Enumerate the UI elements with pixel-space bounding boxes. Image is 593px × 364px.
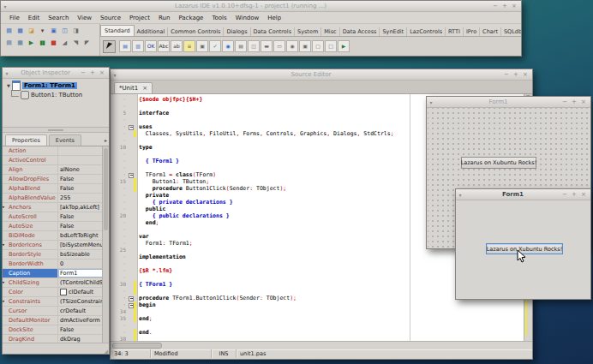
- palette-tab-additional[interactable]: Additional: [135, 27, 169, 36]
- close-button[interactable]: ×: [99, 69, 105, 77]
- tlabel-icon[interactable]: Abc: [158, 40, 170, 52]
- property-row-bordericons[interactable]: ▸BorderIcons[biSystemMenu: [3, 241, 103, 250]
- oi-vertical-scrollbar[interactable]: [102, 146, 109, 343]
- property-row-borderwidth[interactable]: BorderWidth0: [3, 260, 103, 269]
- menu-item-search[interactable]: Search: [44, 15, 73, 21]
- expand-icon[interactable]: ▸: [3, 242, 5, 247]
- property-row-anchors[interactable]: ▸Anchors[akTop,akLeft]: [3, 203, 103, 212]
- minimize-button[interactable]: −: [561, 98, 568, 106]
- minimize-button[interactable]: −: [80, 69, 87, 77]
- ide-titlebar[interactable]: ▾ Lazarus IDE v1.0.10+dfsg-1 - project1 …: [1, 1, 521, 12]
- palette-tab-rtti[interactable]: RTTI: [446, 27, 464, 36]
- menu-item-run[interactable]: Run: [154, 15, 174, 21]
- property-row-action[interactable]: Action: [3, 146, 103, 156]
- menu-item-project[interactable]: Project: [125, 15, 154, 21]
- property-row-caption[interactable]: CaptionForm1: [3, 269, 103, 278]
- fold-icon[interactable]: [128, 301, 134, 308]
- code-line[interactable]: ·end.: [111, 329, 524, 336]
- palette-tab-standard[interactable]: Standard: [100, 25, 135, 36]
- property-row-constraints[interactable]: ▸Constraints(TSizeConstrain: [3, 297, 103, 307]
- open-dropdown-button[interactable]: ▾: [37, 26, 47, 36]
- tradiogroup-icon[interactable]: ◉: [286, 40, 298, 52]
- view-forms-button[interactable]: ▦: [15, 38, 25, 48]
- tscrollbar-icon[interactable]: ▬: [261, 40, 273, 52]
- palette-tab-data-controls[interactable]: Data Controls: [251, 27, 295, 36]
- code-line[interactable]: ·begin: [111, 301, 524, 308]
- maximize-button[interactable]: +: [501, 2, 508, 10]
- property-row-allowdropfiles[interactable]: AllowDropFilesFalse: [3, 175, 103, 184]
- palette-tab-synedit[interactable]: SynEdit: [380, 27, 407, 36]
- property-row-activecontrol[interactable]: ActiveControl: [3, 156, 103, 165]
- window-menu-icon[interactable]: ▾: [111, 72, 119, 78]
- tcombobox-icon[interactable]: ◫: [248, 40, 260, 52]
- tree-item-form1-tform1[interactable]: ▼Form1: TForm1: [3, 81, 109, 90]
- editor-hscroll-thumb[interactable]: [112, 343, 162, 349]
- maximize-button[interactable]: +: [571, 190, 578, 199]
- expand-icon[interactable]: ▸: [3, 204, 5, 209]
- palette-tab-lazcontrols[interactable]: LazControls: [407, 27, 446, 36]
- tree-expand-icon[interactable]: ▼: [5, 83, 12, 88]
- property-row-color[interactable]: ColorclDefault: [3, 288, 103, 297]
- palette-tab-sqldb[interactable]: SQLdb: [501, 27, 521, 36]
- menu-item-file[interactable]: File: [5, 15, 24, 21]
- stop-button[interactable]: ■: [48, 38, 58, 48]
- palette-tab-system[interactable]: System: [295, 27, 321, 36]
- window-menu-icon[interactable]: ▾: [456, 192, 464, 198]
- form-designer-titlebar[interactable]: ▾ Form1 − + ×: [427, 97, 590, 108]
- oi-tab-events[interactable]: Events: [49, 134, 81, 146]
- open-button[interactable]: ◪: [26, 26, 36, 36]
- menu-item-package[interactable]: Package: [174, 15, 207, 21]
- property-row-dragkind[interactable]: DragKinddkDrag: [3, 335, 103, 343]
- tbutton-icon[interactable]: OK: [145, 40, 157, 52]
- save-all-button[interactable]: ◫: [59, 26, 69, 36]
- palette-tab-misc[interactable]: Misc: [321, 27, 339, 36]
- close-button[interactable]: ×: [580, 190, 587, 199]
- source-editor-titlebar[interactable]: ▾ Source Editor − + ×: [111, 69, 532, 81]
- oi-tab-properties[interactable]: Properties: [5, 134, 47, 146]
- tmemo-icon[interactable]: ≡: [183, 40, 195, 52]
- close-button[interactable]: ×: [511, 2, 518, 10]
- oi-scrollbar-thumb[interactable]: [104, 148, 108, 230]
- selector-tool-button[interactable]: [103, 40, 116, 53]
- close-button[interactable]: ×: [580, 98, 587, 106]
- property-row-bidimode[interactable]: BiDiModebdLeftToRight: [3, 231, 103, 241]
- tradiobutton-icon[interactable]: ◉: [222, 40, 234, 52]
- view-units-button[interactable]: ▤: [3, 38, 14, 48]
- step-out-button[interactable]: ◤: [81, 38, 92, 48]
- editor-horizontal-scrollbar[interactable]: [111, 341, 532, 349]
- object-inspector-titlebar[interactable]: ▾ Object Inspector − + ×: [3, 68, 109, 79]
- resize-grip-icon[interactable]: ◢: [104, 348, 108, 354]
- tab-close-icon[interactable]: ×: [142, 85, 147, 92]
- code-line[interactable]: ·: [111, 322, 524, 329]
- window-menu-icon[interactable]: ▾: [1, 3, 9, 9]
- expand-icon[interactable]: ▸: [3, 298, 5, 303]
- palette-tab-data-access[interactable]: Data Access: [340, 27, 380, 36]
- tactionlist-icon[interactable]: ▶: [338, 40, 350, 52]
- fold-icon[interactable]: [128, 171, 134, 178]
- maximize-button[interactable]: +: [89, 69, 96, 77]
- step-into-button[interactable]: ◢: [59, 38, 69, 48]
- menu-item-view[interactable]: View: [73, 15, 96, 21]
- tpanel-icon[interactable]: ▢: [312, 40, 324, 52]
- palette-tab-dialogs[interactable]: Dialogs: [224, 27, 250, 36]
- tcheckgroup-icon[interactable]: ▣: [299, 40, 311, 52]
- property-row-borderstyle[interactable]: BorderStylebsSizeable: [3, 250, 103, 260]
- minimize-button[interactable]: −: [561, 190, 568, 199]
- run-button[interactable]: ▶: [26, 38, 36, 48]
- new-form-button[interactable]: ▦: [15, 26, 25, 36]
- close-button[interactable]: ×: [522, 70, 529, 79]
- new-unit-button[interactable]: ▤: [3, 26, 14, 36]
- property-row-childsizing[interactable]: ▸ChildSizing(TControlChildS: [3, 278, 103, 288]
- running-form-titlebar[interactable]: ▾ Form1 − + ×: [456, 189, 590, 200]
- property-row-alphablendvalue[interactable]: AlphaBlendValue255: [3, 194, 103, 203]
- property-row-cursor[interactable]: CursorcrDefault: [3, 307, 103, 316]
- fold-icon[interactable]: [128, 295, 134, 301]
- tframe-icon[interactable]: □: [325, 40, 337, 52]
- tgroupbox-icon[interactable]: ▭: [273, 40, 285, 52]
- oi-tab-scroll-icon[interactable]: ▸: [105, 137, 107, 143]
- property-row-defaultmonitor[interactable]: DefaultMonitordmActiveForm: [3, 316, 103, 325]
- property-row-docksite[interactable]: DockSiteFalse: [3, 325, 103, 335]
- expand-icon[interactable]: ▸: [3, 279, 5, 284]
- oi-splitter[interactable]: [3, 127, 109, 133]
- property-row-autosize[interactable]: AutoSizeFalse: [3, 222, 103, 231]
